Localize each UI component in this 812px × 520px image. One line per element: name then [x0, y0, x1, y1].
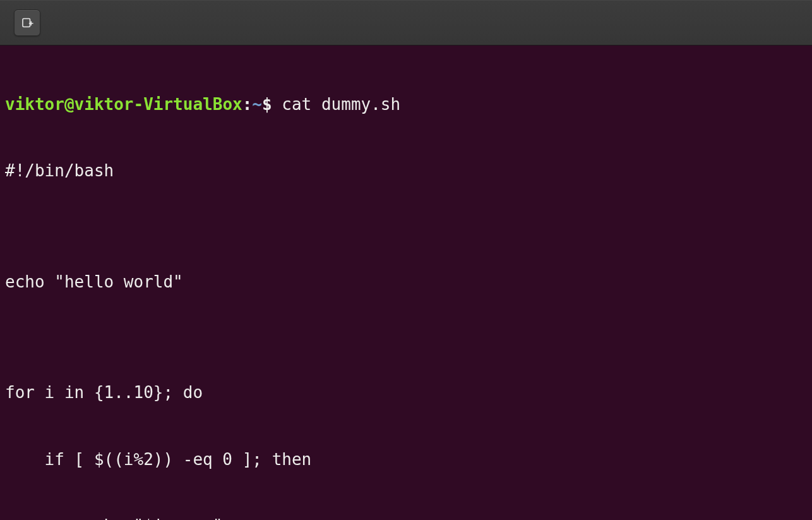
svg-rect-0 — [23, 18, 30, 27]
new-tab-button[interactable] — [14, 9, 40, 36]
output-line: echo "$i even" — [5, 515, 807, 520]
output-line: #!/bin/bash — [5, 160, 807, 182]
prompt-dollar: $ — [262, 95, 272, 114]
prompt-colon: : — [242, 95, 253, 114]
prompt-path: ~ — [252, 95, 262, 114]
output-line: if [ $((i%2)) -eq 0 ]; then — [5, 449, 807, 471]
new-tab-icon — [21, 16, 33, 29]
output-line: for i in {1..10}; do — [5, 382, 807, 404]
terminal-area[interactable]: viktor@viktor-VirtualBox:~$ cat dummy.sh… — [0, 45, 812, 520]
output-line: echo "hello world" — [5, 271, 807, 293]
prompt-line-1: viktor@viktor-VirtualBox:~$ cat dummy.sh — [5, 94, 807, 116]
titlebar — [0, 0, 812, 45]
command-1: cat dummy.sh — [282, 95, 400, 114]
prompt-at: @ — [64, 95, 75, 114]
prompt-host: viktor-VirtualBox — [75, 95, 242, 114]
prompt-user: viktor — [5, 95, 64, 114]
